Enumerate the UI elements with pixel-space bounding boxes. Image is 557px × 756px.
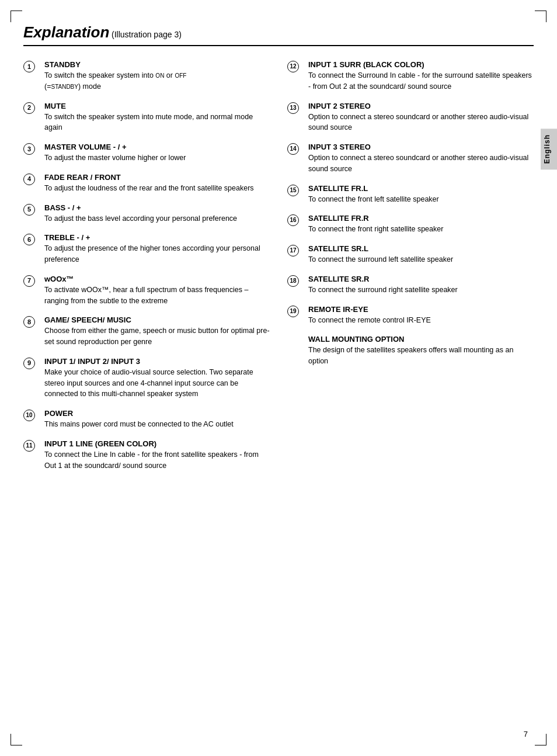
entry-satellite-frr: 16 SATELLITE FR.R To connect the front r… [287, 214, 534, 235]
entry-standby: 1 STANDBY To switch the speaker system i… [23, 60, 270, 92]
circle-10: 10 [23, 410, 35, 421]
entry-woox: 7 wOOx™ To activate wOOx™, hear a full s… [23, 275, 270, 307]
entry-text-master-volume: To adjust the master volume higher or lo… [44, 152, 270, 164]
entry-num-6: 6 [23, 233, 44, 245]
sidebar-language-label: English [541, 129, 557, 169]
circle-9: 9 [23, 358, 35, 369]
entry-title-input2-stereo: INPUT 2 STEREO [308, 102, 534, 110]
entry-content-input1-line: INPUT 1 LINE (GREEN COLOR) To connect th… [44, 439, 270, 471]
entry-num-19: 19 [287, 305, 308, 317]
circle-7: 7 [23, 275, 35, 287]
entry-content-mute: MUTE To switch the speaker system into m… [44, 102, 270, 134]
entry-title-treble: TREBLE - / + [44, 233, 270, 242]
circle-5: 5 [23, 204, 35, 216]
entry-title-input1-surr: INPUT 1 SURR (BLACK COLOR) [308, 60, 534, 69]
entry-title-master-volume: MASTER VOLUME - / + [44, 143, 270, 151]
entry-satellite-frl: 15 SATELLITE FR.L To connect the front l… [287, 184, 534, 205]
entry-num-8: 8 [23, 315, 44, 328]
entry-title-mute: MUTE [44, 102, 270, 110]
entry-num-10: 10 [23, 409, 44, 421]
page-title-sub: (Illustration page 3) [112, 30, 182, 39]
corner-mark-tr [535, 11, 546, 22]
entry-num-16: 16 [287, 214, 308, 226]
entry-text-treble: To adjust the presence of the higher ton… [44, 243, 270, 265]
entry-text-remote-ir: To connect the remote control IR-EYE [308, 315, 534, 326]
page-number: 7 [524, 730, 528, 738]
circle-14: 14 [287, 143, 299, 155]
circle-8: 8 [23, 316, 35, 328]
entry-content-fade: FADE REAR / FRONT To adjust the loudness… [44, 173, 270, 194]
entry-title-satellite-frr: SATELLITE FR.R [308, 214, 534, 223]
entry-content-game-speech-music: GAME/ SPEECH/ MUSIC Choose from either t… [44, 315, 270, 348]
circle-12: 12 [287, 61, 299, 72]
entry-num-17: 17 [287, 244, 308, 256]
entry-input1-line: 11 INPUT 1 LINE (GREEN COLOR) To connect… [23, 439, 270, 471]
entry-content-power: POWER This mains power cord must be conn… [44, 409, 270, 430]
entry-content-satellite-srl: SATELLITE SR.L To connect the surround l… [308, 244, 534, 265]
page: English Explanation (Illustration page 3… [0, 0, 557, 756]
circle-16: 16 [287, 214, 299, 226]
entry-text-input-select: Make your choice of audio-visual source … [44, 367, 270, 400]
entry-num-wall [287, 335, 308, 344]
entry-text-bass: To adjust the bass level according your … [44, 213, 270, 224]
entry-text-input1-surr: To connect the Surround In cable - for t… [308, 70, 534, 92]
circle-18: 18 [287, 275, 299, 287]
entry-bass: 5 BASS - / + To adjust the bass level ac… [23, 203, 270, 224]
entry-text-satellite-srr: To connect the surround right satellite … [308, 285, 534, 296]
entry-text-standby: To switch the speaker system into ON or … [44, 70, 270, 92]
entry-text-mute: To switch the speaker system into mute m… [44, 112, 270, 134]
entry-content-input3-stereo: INPUT 3 STEREO Option to connect a stere… [308, 143, 534, 175]
entry-num-2: 2 [23, 102, 44, 114]
entry-text-satellite-frr: To connect the front right satellite spe… [308, 224, 534, 235]
entry-text-input3-stereo: Option to connect a stereo soundcard or … [308, 152, 534, 175]
entry-content-satellite-frl: SATELLITE FR.L To connect the front left… [308, 184, 534, 205]
entry-num-3: 3 [23, 143, 44, 155]
entry-title-input-select: INPUT 1/ INPUT 2/ INPUT 3 [44, 357, 270, 366]
entry-num-15: 15 [287, 184, 308, 196]
circle-2: 2 [23, 102, 35, 114]
circle-11: 11 [23, 440, 35, 452]
right-column: 12 INPUT 1 SURR (BLACK COLOR) To connect… [287, 60, 534, 480]
entry-content-satellite-srr: SATELLITE SR.R To connect the surround r… [308, 275, 534, 296]
main-content: 1 STANDBY To switch the speaker system i… [23, 60, 534, 480]
circle-15: 15 [287, 185, 299, 196]
entry-content-satellite-frr: SATELLITE FR.R To connect the front righ… [308, 214, 534, 235]
entry-num-5: 5 [23, 203, 44, 216]
entry-num-11: 11 [23, 439, 44, 452]
circle-13: 13 [287, 102, 299, 114]
entry-input1-surr: 12 INPUT 1 SURR (BLACK COLOR) To connect… [287, 60, 534, 92]
entry-title-satellite-srr: SATELLITE SR.R [308, 275, 534, 283]
entry-title-woox: wOOx™ [44, 275, 270, 283]
entry-remote-ir: 19 REMOTE IR-EYE To connect the remote c… [287, 305, 534, 326]
entry-text-fade: To adjust the loudness of the rear and t… [44, 183, 270, 194]
entry-text-power: This mains power cord must be connected … [44, 419, 270, 430]
entry-title-wall-mounting: WALL MOUNTING OPTION [308, 335, 534, 344]
entry-content-woox: wOOx™ To activate wOOx™, hear a full spe… [44, 275, 270, 307]
entry-text-wall-mounting: The design of the satellites speakers of… [308, 345, 534, 367]
circle-4: 4 [23, 174, 35, 185]
entry-text-input2-stereo: Option to connect a stereo soundcard or … [308, 112, 534, 134]
corner-mark-br [535, 734, 546, 745]
entry-text-game-speech-music: Choose from either the game, speech or m… [44, 325, 270, 348]
entry-title-standby: STANDBY [44, 60, 270, 69]
circle-19: 19 [287, 306, 299, 317]
entry-num-4: 4 [23, 173, 44, 185]
entry-content-treble: TREBLE - / + To adjust the presence of t… [44, 233, 270, 265]
entry-num-1: 1 [23, 60, 44, 72]
entry-mute: 2 MUTE To switch the speaker system into… [23, 102, 270, 134]
entry-satellite-srl: 17 SATELLITE SR.L To connect the surroun… [287, 244, 534, 265]
entry-content-master-volume: MASTER VOLUME - / + To adjust the master… [44, 143, 270, 164]
corner-mark-tl [11, 11, 22, 22]
entry-num-7: 7 [23, 275, 44, 287]
entry-text-input1-line: To connect the Line In cable - for the f… [44, 449, 270, 471]
entry-content-input2-stereo: INPUT 2 STEREO Option to connect a stere… [308, 102, 534, 134]
entry-content-remote-ir: REMOTE IR-EYE To connect the remote cont… [308, 305, 534, 326]
left-column: 1 STANDBY To switch the speaker system i… [23, 60, 270, 480]
entry-content-input-select: INPUT 1/ INPUT 2/ INPUT 3 Make your choi… [44, 357, 270, 400]
circle-6: 6 [23, 234, 35, 245]
entry-wall-mounting: WALL MOUNTING OPTION The design of the s… [287, 335, 534, 367]
entry-title-input3-stereo: INPUT 3 STEREO [308, 143, 534, 151]
entry-content-wall-mounting: WALL MOUNTING OPTION The design of the s… [308, 335, 534, 367]
page-title-section: Explanation (Illustration page 3) [23, 23, 534, 46]
corner-mark-bl [11, 734, 22, 745]
